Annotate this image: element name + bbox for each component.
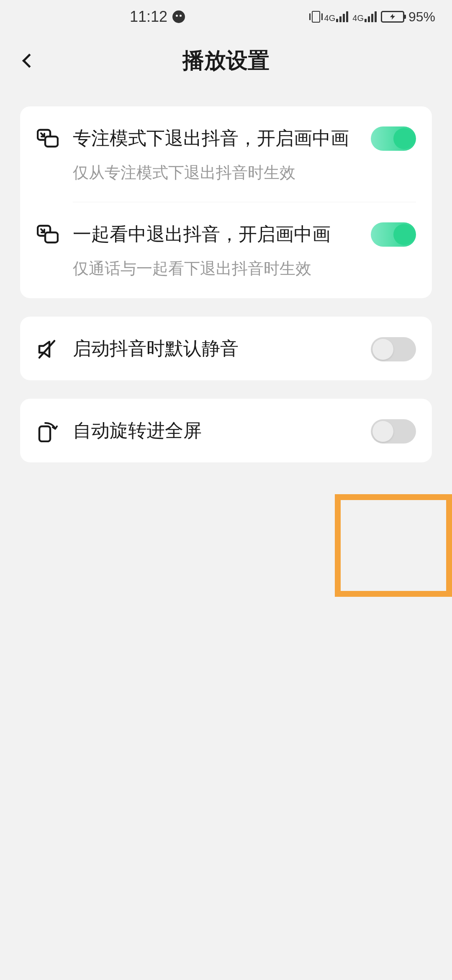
toggle-knob xyxy=(393,128,414,149)
item-content: 一起看中退出抖音，开启画中画 仅通话与一起看下退出抖音时生效 xyxy=(73,221,362,280)
item-subtitle: 仅通话与一起看下退出抖音时生效 xyxy=(73,258,362,280)
toggle-knob xyxy=(393,224,414,245)
item-title: 专注模式下退出抖音，开启画中画 xyxy=(73,125,362,152)
svg-rect-5 xyxy=(39,426,50,441)
toggle-knob xyxy=(372,339,393,360)
signal-group-2: 4G xyxy=(352,11,377,22)
svg-rect-3 xyxy=(45,232,58,242)
signal-label-2: 4G xyxy=(352,14,364,22)
settings-item-focus-pip[interactable]: 专注模式下退出抖音，开启画中画 仅从专注模式下退出抖音时生效 xyxy=(20,106,432,202)
mute-icon xyxy=(36,338,59,361)
toggle-default-mute[interactable] xyxy=(371,337,416,361)
battery-text: 95% xyxy=(408,9,435,25)
item-content: 专注模式下退出抖音，开启画中画 仅从专注模式下退出抖音时生效 xyxy=(73,125,362,184)
item-title: 启动抖音时默认静音 xyxy=(73,335,362,362)
item-title: 一起看中退出抖音，开启画中画 xyxy=(73,221,362,248)
item-content: 自动旋转进全屏 xyxy=(73,417,362,444)
toggle-watch-together-pip[interactable] xyxy=(371,222,416,247)
highlight-annotation xyxy=(335,494,452,597)
toggle-knob xyxy=(372,421,393,442)
item-content: 启动抖音时默认静音 xyxy=(73,335,362,362)
status-right: 4G 4G 95% xyxy=(312,9,435,25)
signal-icon-2 xyxy=(365,11,377,22)
svg-rect-1 xyxy=(45,137,58,147)
signal-group-1: 4G xyxy=(324,11,349,22)
pip-icon xyxy=(36,222,59,246)
header: 播放设置 xyxy=(0,34,452,88)
item-title: 自动旋转进全屏 xyxy=(73,417,362,444)
settings-group-rotate: 自动旋转进全屏 xyxy=(20,399,432,462)
toggle-focus-pip[interactable] xyxy=(371,126,416,151)
settings-item-auto-rotate[interactable]: 自动旋转进全屏 xyxy=(20,399,432,462)
status-time: 11:12 xyxy=(130,8,185,26)
pip-icon xyxy=(36,126,59,150)
wechat-icon xyxy=(172,10,185,23)
vibrate-icon xyxy=(312,11,320,23)
toggle-auto-rotate[interactable] xyxy=(371,419,416,444)
page-title: 播放设置 xyxy=(182,46,270,75)
signal-label-1: 4G xyxy=(324,14,336,22)
chevron-left-icon xyxy=(22,54,36,68)
settings-group-pip: 专注模式下退出抖音，开启画中画 仅从专注模式下退出抖音时生效 一起看中退出抖音，… xyxy=(20,106,432,298)
battery-icon xyxy=(381,11,404,23)
settings-group-mute: 启动抖音时默认静音 xyxy=(20,317,432,380)
settings-item-watch-together-pip[interactable]: 一起看中退出抖音，开启画中画 仅通话与一起看下退出抖音时生效 xyxy=(20,202,432,298)
signal-icon-1 xyxy=(336,11,348,22)
rotate-icon xyxy=(36,420,59,443)
status-bar: 11:12 4G 4G 95% xyxy=(0,0,452,34)
time-text: 11:12 xyxy=(130,8,167,26)
item-subtitle: 仅从专注模式下退出抖音时生效 xyxy=(73,162,362,184)
back-button[interactable] xyxy=(17,48,42,73)
settings-item-default-mute[interactable]: 启动抖音时默认静音 xyxy=(20,317,432,380)
